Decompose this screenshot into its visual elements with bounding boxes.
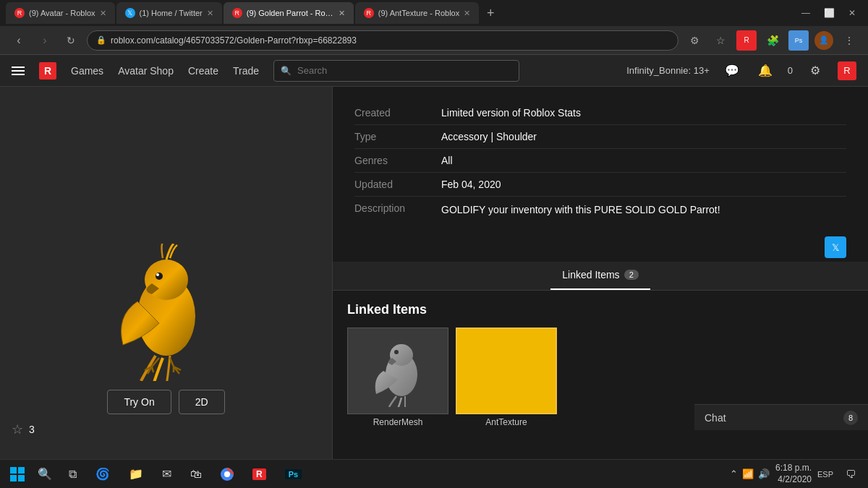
tab-close-btn[interactable]: ✕ <box>207 9 213 18</box>
back-button[interactable]: ‹ <box>9 30 29 51</box>
chat-nav-icon[interactable]: 💬 <box>721 60 743 82</box>
extensions-btn[interactable]: ⚙ <box>684 30 705 51</box>
type-label: Type <box>354 131 441 142</box>
maximize-btn[interactable]: ⬜ <box>819 3 839 23</box>
genres-label: Genres <box>354 155 441 166</box>
list-item[interactable]: RenderMesh <box>347 328 448 430</box>
page-content: Try On 2D ☆ 3 Created Limited version of… <box>0 87 868 459</box>
product-image-panel: Try On 2D ☆ 3 <box>0 87 333 459</box>
new-tab-button[interactable]: + <box>480 3 501 23</box>
profile-icon[interactable]: R <box>838 61 856 80</box>
bookmark-btn[interactable]: ☆ <box>710 30 731 51</box>
volume-icon[interactable]: 🔊 <box>758 468 770 479</box>
linked-items-content: Linked Items <box>333 291 868 460</box>
item-label-anttexture: AntTexture <box>456 414 557 430</box>
refresh-button[interactable]: ↻ <box>61 30 81 51</box>
detail-table: Created Limited version of Roblox Stats … <box>354 101 846 223</box>
photoshop-icon: Ps <box>285 469 302 479</box>
username-display: Infinity_Bonnie: 13+ <box>626 65 710 76</box>
nav-create[interactable]: Create <box>188 65 218 77</box>
wifi-icon[interactable]: 📶 <box>742 468 754 479</box>
mail-taskbar[interactable]: ✉ <box>155 463 179 486</box>
linked-items-tab[interactable]: Linked Items 2 <box>550 262 650 290</box>
nav-trade[interactable]: Trade <box>233 65 259 77</box>
start-button[interactable] <box>6 463 29 486</box>
detail-row-created: Created Limited version of Roblox Stats <box>354 101 846 125</box>
right-section: Created Limited version of Roblox Stats … <box>333 87 868 459</box>
nav-games[interactable]: Games <box>71 65 103 77</box>
ext3-btn[interactable]: Ps <box>788 30 809 51</box>
address-bar: ‹ › ↻ 🔒 roblox.com/catalog/4657033572/Go… <box>0 26 868 55</box>
system-clock[interactable]: 6:18 p.m. 4/2/2020 <box>775 463 812 485</box>
view-2d-button[interactable]: 2D <box>179 390 225 414</box>
list-item[interactable]: AntTexture <box>456 328 557 430</box>
svg-rect-7 <box>10 467 17 474</box>
hamburger-menu[interactable] <box>12 67 25 75</box>
url-bar[interactable]: 🔒 roblox.com/catalog/4657033572/Golden-P… <box>87 30 678 51</box>
clock-time: 6:18 p.m. <box>775 463 812 474</box>
file-explorer-taskbar[interactable]: 📁 <box>122 463 150 486</box>
detail-row-description: Description GOLDIFY your inventory with … <box>354 197 846 223</box>
ext1-btn[interactable]: R <box>736 30 757 51</box>
detail-row-genres: Genres All <box>354 149 846 173</box>
photoshop-taskbar[interactable]: Ps <box>278 463 309 486</box>
nav-avatar-shop[interactable]: Avatar Shop <box>118 65 174 77</box>
search-input[interactable] <box>273 60 519 82</box>
chat-label: Chat <box>705 412 726 424</box>
rendermesh-image <box>362 335 434 407</box>
tab-close-active-btn[interactable]: ✕ <box>339 9 345 18</box>
linked-items-tab-label: Linked Items <box>562 269 619 281</box>
product-image-area <box>0 222 332 381</box>
roblox-logo[interactable]: R <box>39 62 56 80</box>
rating-count: 3 <box>29 424 35 435</box>
tab-label: (9) Avatar - Roblox <box>29 9 95 17</box>
item-thumbnail-anttexture <box>456 328 557 414</box>
system-tray-arrow[interactable]: ⌃ <box>730 468 738 479</box>
svg-point-2 <box>156 273 163 280</box>
taskbar-right: ⌃ 📶 🔊 6:18 p.m. 4/2/2020 ESP 🗨 <box>730 463 862 486</box>
tab-label: (1) Home / Twitter <box>140 9 203 17</box>
notification-center-btn[interactable]: 🗨 <box>839 463 862 486</box>
browser-profile-avatar[interactable]: 👤 <box>814 31 833 50</box>
menu-btn[interactable]: ⋮ <box>839 30 859 51</box>
mail-icon: ✉ <box>162 467 171 481</box>
tab-close-btn[interactable]: ✕ <box>100 9 106 18</box>
tab-twitter[interactable]: 𝕏 (1) Home / Twitter ✕ <box>116 2 222 24</box>
product-image <box>101 244 231 381</box>
close-window-btn[interactable]: ✕ <box>842 3 862 23</box>
tab-anttexture[interactable]: R (9) AntTexture - Roblox ✕ <box>355 2 480 24</box>
product-action-buttons: Try On 2D <box>107 390 224 414</box>
search-bar: 🔍 <box>273 60 519 82</box>
updated-value: Feb 04, 2020 <box>441 179 846 190</box>
tab-close-ant-btn[interactable]: ✕ <box>464 9 470 18</box>
minimize-btn[interactable]: — <box>796 3 816 23</box>
linked-items-tabs: Linked Items 2 <box>333 262 868 291</box>
search-taskbar-btn[interactable]: 🔍 <box>33 463 56 486</box>
chat-bar[interactable]: Chat 8 <box>694 404 868 430</box>
forward-button[interactable]: › <box>35 30 55 51</box>
description-label: Description <box>354 202 441 218</box>
tab-golden-parrot[interactable]: R (9) Golden Parrot - Roblox ✕ <box>224 2 354 24</box>
clock-date: 4/2/2020 <box>775 474 812 486</box>
tab-avatar-roblox[interactable]: R (9) Avatar - Roblox ✕ <box>6 2 115 24</box>
notifications-icon[interactable]: 🔔 <box>754 60 776 82</box>
nav-right-section: Infinity_Bonnie: 13+ 💬 🔔 0 ⚙ R <box>626 60 856 82</box>
try-on-button[interactable]: Try On <box>107 390 171 414</box>
star-icon[interactable]: ☆ <box>12 421 23 437</box>
svg-point-3 <box>156 273 159 276</box>
roblox-taskbar[interactable]: R <box>245 463 273 486</box>
chrome-taskbar[interactable] <box>213 463 241 486</box>
description-value: GOLDIFY your inventory with this PURE SO… <box>441 202 846 218</box>
twitter-icon: 𝕏 <box>832 242 839 253</box>
svg-rect-8 <box>18 467 25 474</box>
task-view-btn[interactable]: ⧉ <box>61 463 84 486</box>
twitter-share-button[interactable]: 𝕏 <box>825 236 846 258</box>
svg-point-12 <box>224 471 230 477</box>
ext2-btn[interactable]: 🧩 <box>762 30 783 51</box>
tab-roblox-icon-active: R <box>232 8 242 18</box>
settings-icon[interactable]: ⚙ <box>804 60 826 82</box>
chrome-icon <box>221 468 234 481</box>
type-value: Accessory | Shoulder <box>441 131 846 142</box>
edge-taskbar[interactable]: 🌀 <box>88 463 117 486</box>
store-taskbar[interactable]: 🛍 <box>183 463 209 486</box>
